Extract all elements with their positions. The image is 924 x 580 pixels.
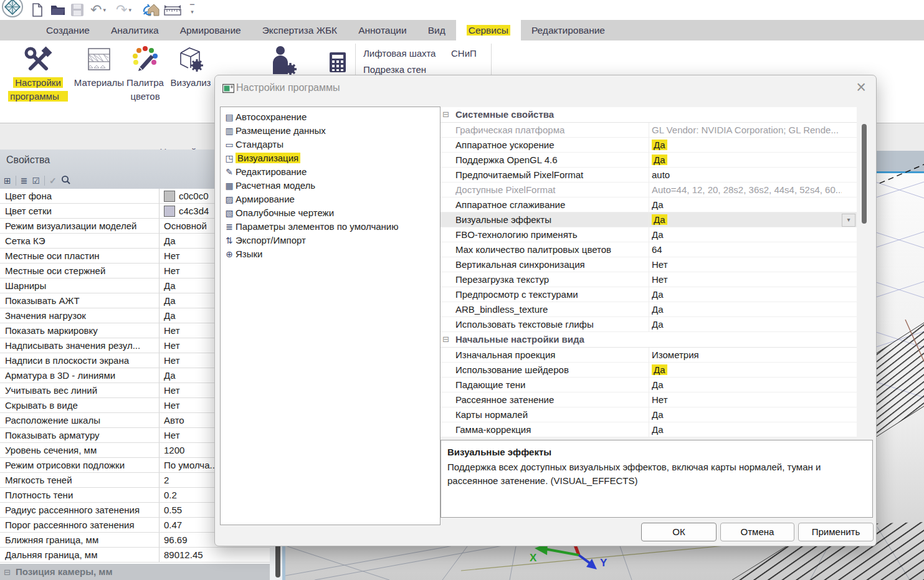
toolbar-overflow-icon[interactable]: ▔▾ bbox=[190, 2, 194, 18]
save-icon[interactable] bbox=[70, 2, 84, 18]
tree-item[interactable]: ▭Стандарты bbox=[223, 138, 440, 151]
grid-row-value[interactable]: Изометрия bbox=[652, 348, 842, 362]
grid-row-value[interactable]: 64 bbox=[652, 242, 842, 257]
close-icon[interactable]: × bbox=[856, 78, 866, 97]
grid-row-value[interactable]: Да bbox=[652, 212, 842, 227]
open-folder-icon[interactable] bbox=[50, 2, 66, 18]
grid-row[interactable]: Использование шейдеровДа bbox=[441, 363, 857, 378]
color-palette-button[interactable]: Палитра цветов bbox=[125, 42, 166, 103]
grid-row-value[interactable]: Нет bbox=[652, 392, 842, 407]
grid-row[interactable]: Изначальная проекцияИзометрия bbox=[441, 348, 857, 363]
tree-item[interactable]: ▤Автосохранение bbox=[223, 110, 440, 124]
calculator-button[interactable] bbox=[326, 45, 349, 79]
redo-caret-icon[interactable]: ▾ bbox=[128, 7, 131, 13]
grid-row[interactable]: ARB_bindless_textureДа bbox=[441, 302, 857, 317]
grid-row[interactable]: Предпочитаемый PixelFormatauto bbox=[441, 168, 857, 183]
grid-row-value[interactable]: Да bbox=[652, 407, 842, 422]
apply-button[interactable]: Применить bbox=[798, 523, 874, 541]
tree-item[interactable]: ✎Редактирование bbox=[223, 165, 440, 179]
tab-analitika[interactable]: Аналитика bbox=[100, 20, 169, 40]
tree-item[interactable]: ▧Опалубочные чертежи bbox=[223, 206, 440, 220]
grid-scrollbar-thumb[interactable] bbox=[862, 124, 867, 224]
grid-row[interactable]: Доступные PixelFormatAuto=44, 12, 20, 28… bbox=[441, 183, 857, 197]
redo-icon[interactable]: ↷▾ bbox=[116, 2, 131, 18]
property-value[interactable]: 89012.45 bbox=[159, 548, 270, 562]
grid-row[interactable]: Перезагрузка текстурНет bbox=[441, 272, 857, 287]
search-icon[interactable] bbox=[61, 175, 70, 187]
grid-row[interactable]: Вертикальная синхронизацияНет bbox=[441, 257, 857, 272]
grid-row-value[interactable]: Да bbox=[652, 153, 842, 167]
grid-row[interactable]: Аппаратное ускорениеДа bbox=[441, 138, 857, 153]
grid-row[interactable]: Падающие тениДа bbox=[441, 378, 857, 392]
grid-row[interactable]: Гамма-коррекцияДа bbox=[441, 422, 857, 437]
tab-sozdanie[interactable]: Создание bbox=[36, 20, 100, 40]
refresh-model-icon[interactable] bbox=[142, 2, 160, 18]
grid-row[interactable]: Рассеянное затенениеНет bbox=[441, 392, 857, 407]
program-settings-button[interactable]: Настройки программы bbox=[4, 42, 72, 103]
grid-row[interactable]: Max количество палитровых цветов64 bbox=[441, 242, 857, 257]
color-swatch[interactable] bbox=[164, 191, 175, 202]
materials-button[interactable]: Материалы bbox=[74, 42, 125, 90]
grid-row-value[interactable]: Да bbox=[652, 197, 842, 212]
snip-button[interactable]: СНиП bbox=[451, 48, 477, 59]
tab-redaktirovanie[interactable]: Редактирование bbox=[521, 20, 616, 40]
grid-row[interactable]: Предпросмотр с текстурамиДа bbox=[441, 287, 857, 302]
tree-item[interactable]: ▨Армирование bbox=[223, 193, 440, 206]
tab-annotatsii[interactable]: Аннотации bbox=[348, 20, 417, 40]
undo-caret-icon[interactable]: ▾ bbox=[103, 7, 106, 13]
grid-row-value[interactable]: Нет bbox=[652, 257, 842, 272]
tree-item[interactable]: ▦Расчетная модель bbox=[223, 179, 440, 193]
ruler-icon[interactable] bbox=[163, 2, 182, 18]
tree-item[interactable]: ⊕Языки bbox=[223, 247, 440, 261]
grid-row-value[interactable]: Да bbox=[652, 378, 842, 392]
lift-shaft-button[interactable]: Лифтовая шахта bbox=[363, 48, 436, 59]
grid-row-value[interactable]: Да bbox=[652, 302, 842, 316]
grid-row-value[interactable]: GL Vendor: NVIDIA Corporation; GL Rende.… bbox=[652, 123, 842, 137]
grid-row[interactable]: Поддержка OpenGL 4.6Да bbox=[441, 153, 857, 168]
grid-row[interactable]: Использовать текстовые глифыДа bbox=[441, 317, 857, 332]
cancel-button[interactable]: Отмена bbox=[720, 523, 794, 541]
new-document-icon[interactable] bbox=[31, 2, 44, 18]
checked-list-icon[interactable]: ☑ bbox=[32, 176, 40, 185]
tree-item[interactable]: ⇅Экспорт/Импорт bbox=[223, 234, 440, 247]
tab-armirovanie[interactable]: Армирование bbox=[169, 20, 252, 40]
person-settings-button[interactable] bbox=[267, 44, 299, 77]
grid-group-header[interactable]: ⊟Системные свойства bbox=[441, 107, 857, 123]
dropdown-arrow-icon[interactable]: ▾ bbox=[842, 214, 855, 227]
camera-position-group-row[interactable]: ⊟Позиция камеры, мм bbox=[0, 564, 270, 580]
grid-row-value[interactable]: Да bbox=[652, 422, 842, 437]
tab-ekspertiza-zhbk[interactable]: Экспертиза ЖБК bbox=[252, 20, 348, 40]
grid-row[interactable]: FBO-технологию применятьДа bbox=[441, 227, 857, 242]
grid-row-value[interactable]: Да bbox=[652, 287, 842, 302]
collapse-icon[interactable]: ⊟ bbox=[4, 568, 11, 577]
grid-row[interactable]: Аппаратное сглаживаниеДа bbox=[441, 197, 857, 212]
tree-item[interactable]: ≣Параметры элементов по умолчанию bbox=[223, 220, 440, 234]
grid-row-value[interactable]: Да bbox=[652, 227, 842, 242]
grid-row-value[interactable]: Нет bbox=[652, 272, 842, 287]
grid-row-value[interactable]: Auto=44, 12, 20, 28s2, 36s2, 44s4, 52s4,… bbox=[652, 183, 842, 197]
grid-row-value[interactable]: Да bbox=[652, 363, 842, 377]
grid-row[interactable]: Визуальные эффектыДа▾ bbox=[441, 212, 857, 227]
apply-check-icon[interactable]: ✓ bbox=[49, 176, 57, 185]
ok-button[interactable]: ОК bbox=[641, 523, 717, 541]
wall-cut-button[interactable]: Подрезка стен bbox=[363, 64, 426, 75]
app-logo-icon[interactable] bbox=[1, 0, 24, 15]
grid-row-value[interactable]: auto bbox=[652, 168, 842, 182]
grid-row[interactable]: Графическая платформаGL Vendor: NVIDIA C… bbox=[441, 123, 857, 138]
visualization-button[interactable]: Визуализ bbox=[167, 42, 214, 90]
collapse-icon[interactable]: ⊟ bbox=[442, 332, 449, 347]
grid-row[interactable]: Карты нормалейДа bbox=[441, 407, 857, 422]
grid-row-value[interactable]: Да bbox=[652, 317, 842, 331]
property-row[interactable]: Дальняя граница, мм89012.45 bbox=[0, 548, 270, 563]
grid-scrollbar[interactable] bbox=[860, 107, 868, 437]
tree-item[interactable]: ▥Размещение данных bbox=[223, 124, 440, 138]
sort-list-icon[interactable]: ≣ bbox=[21, 176, 28, 185]
undo-icon[interactable]: ↶▾ bbox=[90, 2, 106, 18]
tab-vid[interactable]: Вид bbox=[417, 20, 456, 40]
color-swatch[interactable] bbox=[164, 206, 175, 217]
tab-servisy[interactable]: Сервисы bbox=[456, 20, 521, 40]
tree-item[interactable]: ◳Визуализация bbox=[223, 151, 440, 165]
grid-row-value[interactable]: Да bbox=[652, 138, 842, 152]
grid-group-header[interactable]: ⊟Начальные настройки вида bbox=[441, 332, 857, 348]
categorize-icon[interactable]: ⊞ bbox=[4, 176, 11, 185]
